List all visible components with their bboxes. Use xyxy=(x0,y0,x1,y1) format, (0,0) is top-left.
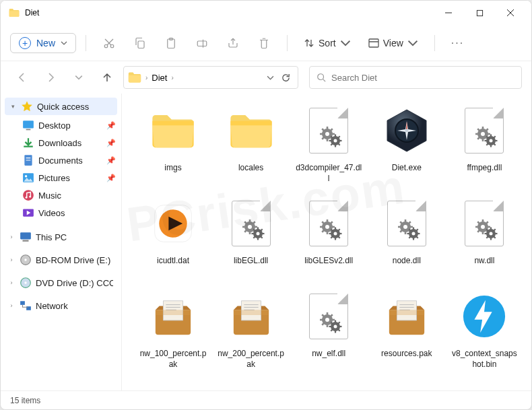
svg-point-116 xyxy=(334,232,337,236)
pin-icon: 📌 xyxy=(106,121,116,130)
forward-button[interactable] xyxy=(38,67,63,88)
svg-point-172 xyxy=(325,318,329,322)
sidebar-item-videos[interactable]: Videos xyxy=(1,204,121,221)
search-input[interactable] xyxy=(331,73,514,83)
svg-rect-98 xyxy=(257,238,258,240)
svg-rect-120 xyxy=(339,233,342,234)
back-button[interactable] xyxy=(10,67,34,88)
sidebar-item-downloads[interactable]: Downloads📌 xyxy=(1,134,121,151)
sidebar-item-documents[interactable]: Documents📌 xyxy=(1,151,121,169)
sidebar-label: Pictures xyxy=(38,173,70,183)
view-label: View xyxy=(383,38,403,48)
paste-button[interactable] xyxy=(158,31,185,55)
sidebar-label: Downloads xyxy=(38,138,81,148)
svg-rect-41 xyxy=(332,133,335,135)
minimize-button[interactable] xyxy=(433,2,464,24)
sidebar-item-network[interactable]: ›Network xyxy=(1,297,121,314)
up-button[interactable] xyxy=(95,67,119,88)
dll-icon xyxy=(305,293,352,340)
file-item[interactable]: Diet.exe xyxy=(369,103,444,196)
svg-rect-137 xyxy=(413,228,414,230)
sort-button[interactable]: Sort xyxy=(297,34,358,53)
file-item[interactable]: v8_context_snapshot.bin xyxy=(446,289,522,382)
dll-icon xyxy=(228,200,275,247)
svg-rect-119 xyxy=(329,233,332,234)
svg-rect-65 xyxy=(482,139,484,141)
svg-rect-117 xyxy=(335,228,336,230)
svg-rect-150 xyxy=(488,226,490,228)
svg-point-37 xyxy=(325,132,329,136)
file-item[interactable]: nw_elf.dll xyxy=(291,289,366,382)
close-button[interactable] xyxy=(495,2,526,24)
sidebar-label: Music xyxy=(38,191,61,201)
file-label: imgs xyxy=(164,162,181,173)
disc-icon xyxy=(20,277,32,288)
svg-point-136 xyxy=(411,232,415,236)
file-item[interactable]: nw_100_percent.pak xyxy=(135,289,211,382)
svg-point-31 xyxy=(24,259,26,261)
file-item[interactable]: imgs xyxy=(135,103,211,196)
chevron-right-icon: › xyxy=(145,74,147,81)
share-button[interactable] xyxy=(220,31,246,55)
chevron-down-icon[interactable] xyxy=(267,74,274,81)
file-item[interactable]: d3dcompiler_47.dll xyxy=(291,103,366,196)
search-box[interactable] xyxy=(309,66,522,89)
window-title: Diet xyxy=(25,8,433,18)
svg-rect-8 xyxy=(138,41,144,48)
new-button[interactable]: + New xyxy=(10,33,76,53)
file-label: ffmpeg.dll xyxy=(467,162,502,173)
view-button[interactable]: View xyxy=(362,34,425,53)
file-label: libEGL.dll xyxy=(234,255,268,266)
pak-icon xyxy=(383,293,430,340)
file-item[interactable]: icudtl.dat xyxy=(135,196,211,289)
rename-button[interactable] xyxy=(189,31,215,55)
svg-rect-139 xyxy=(407,233,409,234)
copy-button[interactable] xyxy=(127,31,154,55)
sidebar-item-quick-access[interactable]: ▾ Quick access xyxy=(5,98,117,115)
delete-button[interactable] xyxy=(251,31,277,55)
chevron-down-icon xyxy=(407,38,418,48)
svg-rect-75 xyxy=(490,145,492,147)
sidebar-item-desktop[interactable]: Desktop📌 xyxy=(1,116,121,134)
file-item[interactable]: locales xyxy=(213,103,289,196)
overflow-button[interactable]: ··· xyxy=(444,37,471,49)
file-item[interactable]: nw.dll xyxy=(446,196,522,289)
file-item[interactable]: libEGL.dll xyxy=(213,196,289,289)
svg-line-16 xyxy=(323,79,326,82)
svg-point-126 xyxy=(403,225,407,229)
svg-point-24 xyxy=(23,190,34,201)
svg-rect-88 xyxy=(248,232,251,234)
chevron-down-icon xyxy=(61,40,67,46)
bin-icon xyxy=(461,293,508,340)
svg-rect-175 xyxy=(320,319,323,321)
svg-rect-28 xyxy=(20,232,31,239)
svg-rect-49 xyxy=(335,145,336,147)
sidebar-item-bdrom[interactable]: ›BD-ROM Drive (E:) C xyxy=(1,251,121,269)
file-label: libGLESv2.dll xyxy=(304,255,353,266)
svg-rect-18 xyxy=(26,129,31,131)
folder-icon xyxy=(228,107,275,154)
maximize-button[interactable] xyxy=(464,2,495,24)
cut-button[interactable] xyxy=(96,31,123,55)
sidebar-item-dvd[interactable]: ›DVD Drive (D:) CCCC xyxy=(1,274,121,292)
sidebar-item-this-pc[interactable]: ›This PC xyxy=(1,228,121,246)
file-item[interactable]: libGLESv2.dll xyxy=(291,196,366,289)
chevron-right-icon: › xyxy=(7,257,15,263)
svg-rect-77 xyxy=(495,140,498,141)
sidebar-item-pictures[interactable]: Pictures📌 xyxy=(1,169,121,186)
file-item[interactable]: node.dll xyxy=(369,196,444,289)
file-item[interactable]: ffmpeg.dll xyxy=(446,103,522,196)
breadcrumb[interactable]: › Diet › xyxy=(123,66,298,89)
file-label: icudtl.dat xyxy=(157,255,189,266)
chevron-right-icon: › xyxy=(7,279,15,286)
svg-rect-130 xyxy=(410,226,413,228)
file-grid: imgs locales d3dcompiler_47.dll Diet.exe… xyxy=(122,94,531,390)
svg-rect-29 xyxy=(23,240,29,242)
refresh-button[interactable] xyxy=(281,73,291,83)
file-item[interactable]: resources.pak xyxy=(369,289,444,382)
svg-rect-110 xyxy=(332,226,335,228)
recent-dropdown[interactable] xyxy=(67,67,91,88)
file-item[interactable]: nw_200_percent.pak xyxy=(213,289,289,382)
sidebar-item-music[interactable]: Music xyxy=(1,186,121,204)
svg-rect-185 xyxy=(329,326,332,327)
